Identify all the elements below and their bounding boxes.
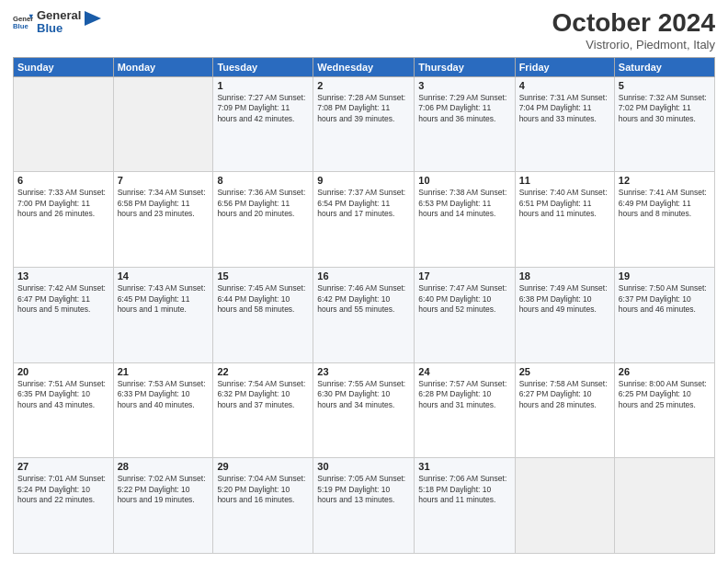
day-info: Sunrise: 7:41 AM Sunset: 6:49 PM Dayligh… xyxy=(619,188,711,219)
calendar-cell: 28Sunrise: 7:02 AM Sunset: 5:22 PM Dayli… xyxy=(113,458,213,554)
day-info: Sunrise: 7:53 AM Sunset: 6:33 PM Dayligh… xyxy=(118,379,210,410)
calendar-cell: 31Sunrise: 7:06 AM Sunset: 5:18 PM Dayli… xyxy=(415,458,515,554)
day-info: Sunrise: 7:58 AM Sunset: 6:27 PM Dayligh… xyxy=(519,379,610,410)
day-number: 12 xyxy=(619,175,711,186)
day-number: 14 xyxy=(118,270,210,282)
day-number: 26 xyxy=(619,366,711,377)
day-number: 4 xyxy=(519,80,610,91)
calendar-cell: 5Sunrise: 7:32 AM Sunset: 7:02 PM Daylig… xyxy=(614,76,714,172)
day-number: 10 xyxy=(418,175,510,186)
col-thursday: Thursday xyxy=(415,57,515,76)
calendar-cell: 23Sunrise: 7:55 AM Sunset: 6:30 PM Dayli… xyxy=(313,362,415,458)
day-info: Sunrise: 7:47 AM Sunset: 6:40 PM Dayligh… xyxy=(418,283,510,315)
logo-flag-icon xyxy=(85,11,101,33)
title-block: October 2024 Vistrorio, Piedmont, Italy xyxy=(552,9,715,52)
day-info: Sunrise: 7:04 AM Sunset: 5:20 PM Dayligh… xyxy=(217,474,309,505)
calendar-cell: 6Sunrise: 7:33 AM Sunset: 7:00 PM Daylig… xyxy=(14,172,114,268)
day-number: 7 xyxy=(118,175,210,186)
day-info: Sunrise: 7:37 AM Sunset: 6:54 PM Dayligh… xyxy=(317,188,410,219)
day-info: Sunrise: 7:51 AM Sunset: 6:35 PM Dayligh… xyxy=(17,379,109,410)
day-info: Sunrise: 7:49 AM Sunset: 6:38 PM Dayligh… xyxy=(519,283,610,315)
col-monday: Monday xyxy=(113,57,213,76)
col-saturday: Saturday xyxy=(614,57,714,76)
day-number: 20 xyxy=(17,366,109,377)
col-tuesday: Tuesday xyxy=(213,57,313,76)
svg-text:Blue: Blue xyxy=(13,22,28,30)
day-info: Sunrise: 7:42 AM Sunset: 6:47 PM Dayligh… xyxy=(17,283,109,315)
calendar-cell: 13Sunrise: 7:42 AM Sunset: 6:47 PM Dayli… xyxy=(14,268,114,363)
day-info: Sunrise: 7:02 AM Sunset: 5:22 PM Dayligh… xyxy=(118,474,210,505)
day-number: 23 xyxy=(317,366,410,377)
day-number: 16 xyxy=(317,270,410,282)
day-info: Sunrise: 7:32 AM Sunset: 7:02 PM Dayligh… xyxy=(619,93,711,124)
day-number: 3 xyxy=(418,80,510,91)
day-number: 11 xyxy=(519,175,610,186)
main-title: October 2024 xyxy=(552,9,715,38)
header: General Blue General Blue October 2024 V… xyxy=(13,9,715,52)
day-info: Sunrise: 7:06 AM Sunset: 5:18 PM Dayligh… xyxy=(418,474,510,505)
calendar-cell: 9Sunrise: 7:37 AM Sunset: 6:54 PM Daylig… xyxy=(313,172,415,268)
day-number: 24 xyxy=(418,366,510,377)
svg-marker-3 xyxy=(85,11,101,26)
day-number: 1 xyxy=(217,80,309,91)
day-info: Sunrise: 7:01 AM Sunset: 5:24 PM Dayligh… xyxy=(17,474,109,505)
day-info: Sunrise: 7:31 AM Sunset: 7:04 PM Dayligh… xyxy=(519,93,610,124)
day-info: Sunrise: 7:29 AM Sunset: 7:06 PM Dayligh… xyxy=(418,93,510,124)
col-wednesday: Wednesday xyxy=(313,57,415,76)
subtitle: Vistrorio, Piedmont, Italy xyxy=(552,38,715,52)
calendar-cell: 12Sunrise: 7:41 AM Sunset: 6:49 PM Dayli… xyxy=(614,172,714,268)
day-number: 2 xyxy=(317,80,410,91)
calendar-cell: 27Sunrise: 7:01 AM Sunset: 5:24 PM Dayli… xyxy=(14,458,114,554)
day-number: 25 xyxy=(519,366,610,377)
logo-blue: Blue xyxy=(37,22,81,35)
day-number: 28 xyxy=(118,461,210,472)
day-number: 6 xyxy=(17,175,109,186)
day-info: Sunrise: 7:50 AM Sunset: 6:37 PM Dayligh… xyxy=(619,283,711,315)
calendar-cell: 14Sunrise: 7:43 AM Sunset: 6:45 PM Dayli… xyxy=(113,268,213,363)
calendar-cell: 30Sunrise: 7:05 AM Sunset: 5:19 PM Dayli… xyxy=(313,458,415,554)
day-info: Sunrise: 7:55 AM Sunset: 6:30 PM Dayligh… xyxy=(317,379,410,410)
day-info: Sunrise: 7:45 AM Sunset: 6:44 PM Dayligh… xyxy=(217,283,309,315)
calendar-cell: 10Sunrise: 7:38 AM Sunset: 6:53 PM Dayli… xyxy=(415,172,515,268)
day-info: Sunrise: 7:46 AM Sunset: 6:42 PM Dayligh… xyxy=(317,283,410,315)
day-number: 19 xyxy=(619,270,711,282)
day-info: Sunrise: 7:57 AM Sunset: 6:28 PM Dayligh… xyxy=(418,379,510,410)
logo: General Blue General Blue xyxy=(13,9,101,36)
calendar-cell: 2Sunrise: 7:28 AM Sunset: 7:08 PM Daylig… xyxy=(313,76,415,172)
day-number: 18 xyxy=(519,270,610,282)
calendar-cell: 3Sunrise: 7:29 AM Sunset: 7:06 PM Daylig… xyxy=(415,76,515,172)
calendar-cell xyxy=(515,458,614,554)
calendar-cell: 25Sunrise: 7:58 AM Sunset: 6:27 PM Dayli… xyxy=(515,362,614,458)
day-number: 30 xyxy=(317,461,410,472)
calendar-cell: 1Sunrise: 7:27 AM Sunset: 7:09 PM Daylig… xyxy=(213,76,313,172)
day-number: 21 xyxy=(118,366,210,377)
calendar-cell: 7Sunrise: 7:34 AM Sunset: 6:58 PM Daylig… xyxy=(113,172,213,268)
calendar-cell xyxy=(14,76,114,172)
day-number: 15 xyxy=(217,270,309,282)
day-info: Sunrise: 7:36 AM Sunset: 6:56 PM Dayligh… xyxy=(217,188,309,219)
day-info: Sunrise: 7:27 AM Sunset: 7:09 PM Dayligh… xyxy=(217,93,309,124)
day-info: Sunrise: 7:34 AM Sunset: 6:58 PM Dayligh… xyxy=(118,188,210,219)
day-number: 17 xyxy=(418,270,510,282)
logo-icon: General Blue xyxy=(13,12,33,32)
day-info: Sunrise: 7:54 AM Sunset: 6:32 PM Dayligh… xyxy=(217,379,309,410)
calendar-cell: 16Sunrise: 7:46 AM Sunset: 6:42 PM Dayli… xyxy=(313,268,415,363)
calendar-cell: 19Sunrise: 7:50 AM Sunset: 6:37 PM Dayli… xyxy=(614,268,714,363)
calendar-cell: 17Sunrise: 7:47 AM Sunset: 6:40 PM Dayli… xyxy=(415,268,515,363)
day-info: Sunrise: 7:05 AM Sunset: 5:19 PM Dayligh… xyxy=(317,474,410,505)
calendar-cell xyxy=(614,458,714,554)
calendar-cell: 18Sunrise: 7:49 AM Sunset: 6:38 PM Dayli… xyxy=(515,268,614,363)
day-info: Sunrise: 7:28 AM Sunset: 7:08 PM Dayligh… xyxy=(317,93,410,124)
col-sunday: Sunday xyxy=(14,57,114,76)
calendar-cell: 20Sunrise: 7:51 AM Sunset: 6:35 PM Dayli… xyxy=(14,362,114,458)
calendar-cell xyxy=(113,76,213,172)
day-info: Sunrise: 7:33 AM Sunset: 7:00 PM Dayligh… xyxy=(17,188,109,219)
day-number: 9 xyxy=(317,175,410,186)
calendar-table: Sunday Monday Tuesday Wednesday Thursday… xyxy=(13,57,715,554)
calendar-cell: 11Sunrise: 7:40 AM Sunset: 6:51 PM Dayli… xyxy=(515,172,614,268)
day-info: Sunrise: 7:38 AM Sunset: 6:53 PM Dayligh… xyxy=(418,188,510,219)
day-info: Sunrise: 7:40 AM Sunset: 6:51 PM Dayligh… xyxy=(519,188,610,219)
day-info: Sunrise: 8:00 AM Sunset: 6:25 PM Dayligh… xyxy=(619,379,711,410)
page: General Blue General Blue October 2024 V… xyxy=(0,0,728,563)
day-info: Sunrise: 7:43 AM Sunset: 6:45 PM Dayligh… xyxy=(118,283,210,315)
